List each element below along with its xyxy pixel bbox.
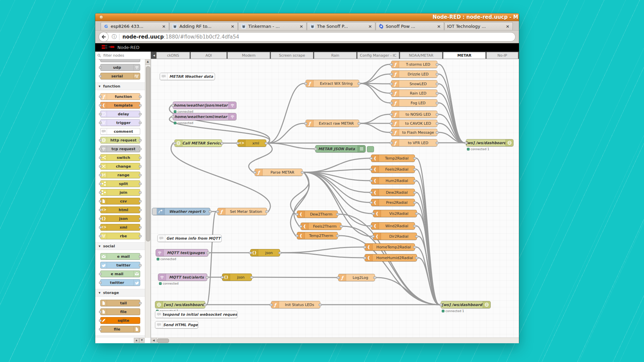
- info-icon[interactable]: ⓘ: [112, 34, 117, 40]
- flow-node-dew2therm[interactable]: {Dew2Therm: [297, 210, 338, 218]
- window-titlebar[interactable]: Node-RED : node-red.uucp - M: [95, 13, 519, 21]
- close-icon[interactable]: ×: [230, 24, 235, 29]
- input-port[interactable]: [390, 73, 393, 75]
- palette-node-rbe[interactable]: rbe: [100, 233, 140, 239]
- close-icon[interactable]: ×: [299, 24, 304, 29]
- output-port[interactable]: [139, 218, 142, 220]
- output-port[interactable]: [139, 122, 142, 124]
- output-port[interactable]: [278, 252, 281, 254]
- input-port[interactable]: [99, 66, 102, 69]
- debug-toggle-button[interactable]: [367, 146, 374, 152]
- input-port[interactable]: [390, 102, 393, 104]
- flow-node-call-metar[interactable]: Call METAR Service: [174, 139, 222, 147]
- input-port[interactable]: [173, 142, 176, 144]
- palette-node-html[interactable]: <>html: [100, 206, 140, 213]
- output-port[interactable]: [265, 142, 268, 144]
- flow-node-feels2therm[interactable]: {Feels2Therm: [301, 223, 341, 230]
- flow-node-ws-top[interactable]: [ws] /ws/dashboardconnected 1: [466, 139, 514, 146]
- input-port[interactable]: [99, 273, 102, 275]
- input-port[interactable]: [216, 210, 219, 213]
- output-port[interactable]: [415, 213, 418, 215]
- scrollbar-up-button[interactable]: ▲: [134, 338, 139, 343]
- input-port[interactable]: [99, 282, 102, 284]
- input-port[interactable]: [390, 142, 393, 144]
- inject-button[interactable]: [152, 208, 157, 215]
- input-port[interactable]: [99, 328, 102, 330]
- output-port[interactable]: [139, 226, 142, 229]
- output-port[interactable]: [204, 304, 207, 306]
- palette-node-twitter[interactable]: twitter: [100, 262, 140, 268]
- input-port[interactable]: [370, 225, 373, 227]
- flow-tab-ckdns[interactable]: ckDNS: [156, 52, 190, 59]
- input-port[interactable]: [296, 235, 299, 237]
- input-port[interactable]: [390, 63, 393, 66]
- flow-node-mqtt-gauges[interactable]: MQTT test/gaugesconnected: [156, 249, 208, 256]
- input-port[interactable]: [370, 168, 373, 171]
- input-port[interactable]: [99, 122, 102, 124]
- flow-node-json1[interactable]: {}json: [250, 249, 280, 256]
- output-port[interactable]: [436, 83, 439, 85]
- palette-node-comment[interactable]: comment: [100, 128, 140, 135]
- output-port[interactable]: [250, 276, 253, 279]
- output-port[interactable]: [220, 142, 223, 144]
- scrollbar-up-arrow-icon[interactable]: ▲: [145, 59, 150, 65]
- output-port[interactable]: [139, 200, 142, 202]
- input-port[interactable]: [370, 180, 373, 182]
- flow-node-init-status[interactable]: ƒInit Status LEDs: [271, 301, 320, 308]
- palette-section-social[interactable]: ▾ social: [95, 242, 145, 250]
- flow-node-dew2radial[interactable]: {Dew2Radial: [371, 189, 415, 196]
- canvas-horizontal-scrollbar[interactable]: ◀: [151, 338, 519, 343]
- input-port[interactable]: [99, 218, 102, 220]
- output-port[interactable]: [301, 171, 304, 174]
- input-port[interactable]: [99, 157, 102, 159]
- flow-node-mqtt-alerts[interactable]: MQTT test/alertsconnected: [158, 274, 207, 281]
- input-port[interactable]: [99, 319, 102, 322]
- input-port[interactable]: [99, 191, 102, 194]
- input-port[interactable]: [296, 213, 299, 216]
- flow-node-mqtt-xml[interactable]: home/weather/xml/metarconnected: [173, 113, 236, 120]
- output-port[interactable]: [358, 82, 361, 85]
- canvas-scrollbar-thumb[interactable]: [157, 339, 169, 343]
- input-port[interactable]: [171, 104, 174, 107]
- output-port[interactable]: [265, 210, 268, 213]
- palette-node-tcp-request[interactable]: tcp request: [100, 145, 140, 152]
- input-port[interactable]: [99, 311, 102, 313]
- flow-tab-scroll-left-icon[interactable]: ◀: [152, 52, 156, 59]
- flow-node-vis2radial[interactable]: {Vis2Radial: [373, 210, 417, 217]
- input-port[interactable]: [249, 252, 252, 254]
- output-port[interactable]: [139, 113, 142, 115]
- output-port[interactable]: [413, 225, 416, 227]
- output-port[interactable]: [207, 252, 210, 254]
- palette-node-trigger[interactable]: trigger: [100, 119, 140, 126]
- input-port[interactable]: [363, 257, 366, 259]
- flow-node-rain[interactable]: ƒRain LED: [391, 89, 437, 97]
- flow-tab-config-manager-ic[interactable]: Config Manager - IC: [357, 52, 399, 59]
- scrollbar-left-arrow-icon[interactable]: ◀: [151, 338, 157, 343]
- input-port[interactable]: [299, 225, 302, 228]
- output-port[interactable]: [139, 148, 142, 150]
- output-port[interactable]: [415, 257, 418, 259]
- flow-node-hometemp2radial[interactable]: {HomeTemp2Radial: [365, 243, 415, 251]
- output-port[interactable]: [436, 102, 439, 104]
- output-port[interactable]: [436, 122, 439, 125]
- palette-node-range[interactable]: range: [100, 172, 140, 178]
- palette-node-join[interactable]: join: [100, 189, 140, 196]
- input-port[interactable]: [370, 191, 373, 194]
- output-port[interactable]: [139, 139, 142, 141]
- output-port[interactable]: [139, 174, 142, 176]
- palette-node-split[interactable]: split: [100, 180, 140, 187]
- input-port[interactable]: [99, 200, 102, 202]
- output-port[interactable]: [206, 276, 209, 279]
- input-port[interactable]: [236, 142, 239, 144]
- input-port[interactable]: [99, 183, 102, 185]
- flow-node-comment-respond[interactable]: Respond to initial websocket request: [155, 311, 237, 318]
- flow-node-temp2therm[interactable]: {Temp2Therm: [297, 232, 338, 239]
- output-port[interactable]: [139, 302, 142, 304]
- palette-section-storage[interactable]: ▾ storage: [95, 289, 145, 297]
- flow-node-set-metar[interactable]: ƒSet Metar Station: [217, 208, 267, 215]
- input-port[interactable]: [99, 174, 102, 176]
- palette-node-serial[interactable]: serial: [100, 73, 140, 79]
- palette-node-change[interactable]: change: [100, 163, 140, 170]
- input-port[interactable]: [99, 113, 102, 115]
- flow-node-extract-wx[interactable]: ƒExtract WX String: [306, 80, 359, 87]
